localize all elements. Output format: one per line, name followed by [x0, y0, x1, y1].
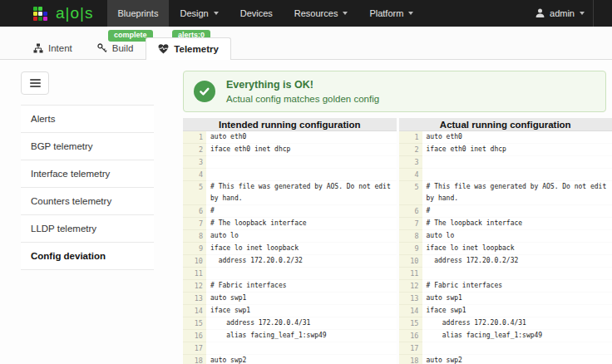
config-line-row: 7# The loopback interface — [399, 218, 612, 230]
config-line-row: 12# Fabric interfaces — [183, 280, 397, 293]
line-text — [206, 156, 397, 169]
sidebar-item-bgp-telemetry[interactable]: BGP telemetry — [21, 133, 154, 160]
line-number: 12 — [399, 280, 422, 293]
success-alert: Everything is OK! Actual config matches … — [183, 71, 606, 112]
config-line-row: 3 — [183, 156, 397, 169]
line-number: 1 — [183, 131, 206, 144]
config-line-row: 9iface lo inet loopback — [183, 243, 397, 255]
config-line-row: 10 address 172.20.0.2/32 — [399, 255, 612, 268]
navbar-divider — [593, 0, 594, 27]
check-circle-icon — [194, 81, 215, 102]
sidebar-item-lldp-telemetry[interactable]: LLDP telemetry — [21, 215, 154, 243]
line-number: 6 — [399, 205, 422, 218]
line-text: address 172.20.0.4/31 — [206, 317, 397, 330]
telemetry-sidebar: Alerts BGP telemetry Interface telemetry… — [21, 71, 154, 270]
line-text — [422, 268, 612, 280]
tab-intent[interactable]: Intent — [21, 37, 85, 58]
sidebar-item-counters-telemetry[interactable]: Counters telemetry — [21, 188, 154, 215]
line-text — [206, 342, 397, 355]
nav-menu: Blueprints Design Devices Resources Plat… — [107, 0, 425, 27]
tab-build[interactable]: Build — [85, 37, 146, 58]
nav-item-platform[interactable]: Platform — [358, 0, 424, 27]
sidebar-item-interface-telemetry[interactable]: Interface telemetry — [21, 160, 154, 188]
config-line-row: 17 — [399, 342, 612, 355]
nav-item-devices[interactable]: Devices — [230, 0, 284, 27]
intended-config-lines[interactable]: 1auto eth02iface eth0 inet dhcp345# This… — [183, 131, 397, 364]
logo-square — [38, 17, 42, 21]
config-line-row: 8auto lo — [399, 230, 612, 243]
line-text: auto lo — [422, 230, 612, 243]
line-number: 1 — [399, 131, 422, 144]
nav-item-blueprints[interactable]: Blueprints — [107, 0, 170, 27]
nav-item-label: Resources — [294, 0, 338, 27]
config-line-row: 3 — [399, 156, 612, 169]
line-text: iface swp1 — [422, 305, 612, 317]
sidebar-item-alerts[interactable]: Alerts — [21, 105, 154, 133]
line-number: 8 — [399, 230, 422, 243]
config-line-row: 8auto lo — [183, 230, 397, 243]
config-line-row: 4 — [183, 169, 397, 181]
line-text: auto swp2 — [206, 355, 397, 364]
line-number: 5 — [399, 181, 422, 205]
line-number: 11 — [183, 268, 206, 280]
line-text: address 172.20.0.2/32 — [422, 255, 612, 268]
line-number: 15 — [183, 317, 206, 330]
line-number: 13 — [399, 293, 422, 305]
line-text — [422, 156, 612, 169]
line-text: iface lo inet loopback — [422, 243, 612, 255]
hamburger-menu-button[interactable] — [21, 71, 49, 95]
aos-logo-icon — [33, 7, 47, 21]
line-text: # This file was generated by AOS. Do not… — [422, 181, 612, 205]
line-text: # The loopback interface — [422, 218, 612, 230]
line-number: 6 — [183, 205, 206, 218]
line-number: 2 — [399, 144, 422, 156]
line-text: auto eth0 — [206, 131, 397, 144]
actual-config-lines[interactable]: 1auto eth02iface eth0 inet dhcp345# This… — [399, 131, 612, 364]
config-line-row: 6# — [183, 205, 397, 218]
hamburger-menu-icon — [30, 86, 41, 87]
aos-logo-text: a|o|s — [56, 0, 94, 27]
config-line-row: 1auto eth0 — [399, 131, 612, 144]
line-text: iface eth0 inet dhcp — [206, 144, 397, 156]
line-text: iface lo inet loopback — [206, 243, 397, 255]
chevron-down-icon — [343, 12, 348, 15]
user-menu[interactable]: admin — [527, 0, 593, 27]
nav-item-resources[interactable]: Resources — [284, 0, 359, 27]
config-line-row: 13auto swp1 — [183, 293, 397, 305]
line-text: # The loopback interface — [206, 218, 397, 230]
line-number: 13 — [183, 293, 206, 305]
line-text: address 172.20.0.4/31 — [422, 317, 612, 330]
line-number: 10 — [399, 255, 422, 268]
line-number: 8 — [183, 230, 206, 243]
line-number: 17 — [183, 342, 206, 355]
config-line-row: 12# Fabric interfaces — [399, 280, 612, 293]
chevron-down-icon — [214, 12, 219, 15]
user-icon — [536, 8, 545, 18]
line-text: auto lo — [206, 230, 397, 243]
tab-telemetry[interactable]: Telemetry — [146, 37, 230, 60]
line-number: 14 — [399, 305, 422, 317]
line-number: 18 — [183, 355, 206, 364]
blueprint-tabstrip: complete alerts:0 Intent Build Teleme — [0, 27, 612, 60]
line-text: auto swp1 — [206, 293, 397, 305]
line-text: # Fabric interfaces — [422, 280, 612, 293]
config-line-row: 15 address 172.20.0.4/31 — [183, 317, 397, 330]
line-text: # — [206, 205, 397, 218]
intended-config-panel: Intended running configuration 1auto eth… — [183, 118, 397, 364]
build-key-icon — [97, 43, 107, 53]
line-text: # This file was generated by AOS. Do not… — [206, 181, 397, 205]
nav-item-design[interactable]: Design — [169, 0, 229, 27]
config-line-row: 18auto swp2 — [399, 355, 612, 364]
config-line-row: 10 address 172.20.0.2/32 — [183, 255, 397, 268]
actual-config-panel: Actual running configuration 1auto eth02… — [399, 118, 612, 364]
alert-title: Everything is OK! — [226, 79, 379, 91]
logo-square — [38, 12, 42, 16]
line-text — [422, 169, 612, 181]
line-number: 2 — [183, 144, 206, 156]
config-line-row: 11 — [183, 268, 397, 280]
config-diff: Intended running configuration 1auto eth… — [183, 118, 612, 364]
line-text — [422, 342, 612, 355]
config-line-row: 9iface lo inet loopback — [399, 243, 612, 255]
sidebar-item-config-deviation[interactable]: Config deviation — [21, 243, 154, 270]
line-number: 3 — [183, 156, 206, 169]
